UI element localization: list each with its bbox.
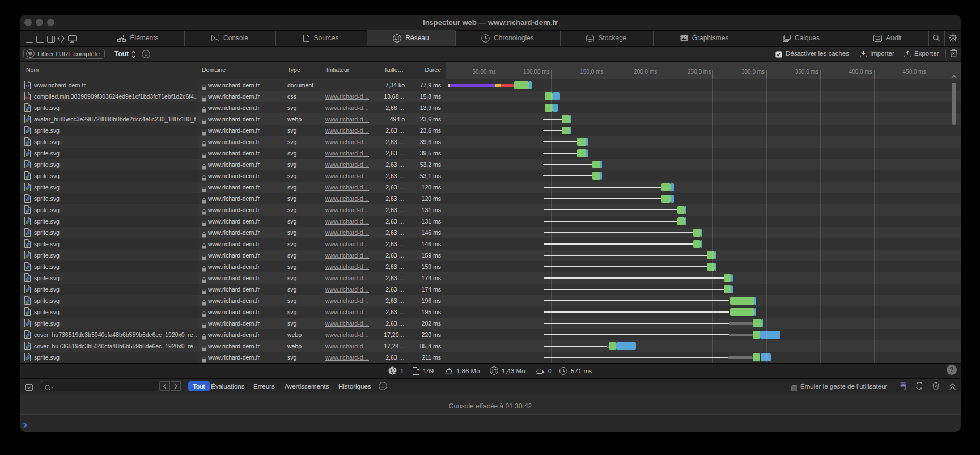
svg-text:?: ? [949, 366, 953, 374]
svg-text:JS: JS [901, 383, 905, 386]
